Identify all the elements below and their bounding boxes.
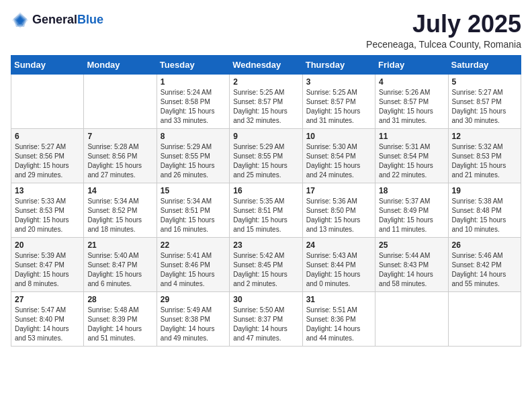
day-info: Sunrise: 5:25 AM Sunset: 8:57 PM Dayligh…	[306, 88, 371, 126]
day-info: Sunrise: 5:28 AM Sunset: 8:56 PM Dayligh…	[87, 142, 152, 180]
day-info: Sunrise: 5:33 AM Sunset: 8:53 PM Dayligh…	[15, 197, 80, 234]
calendar-cell: 30Sunrise: 5:50 AM Sunset: 8:37 PM Dayli…	[230, 291, 302, 346]
calendar-cell: 13Sunrise: 5:33 AM Sunset: 8:53 PM Dayli…	[11, 183, 84, 237]
day-number: 15	[161, 186, 226, 195]
calendar-cell: 23Sunrise: 5:42 AM Sunset: 8:45 PM Dayli…	[230, 237, 302, 291]
day-info: Sunrise: 5:39 AM Sunset: 8:47 PM Dayligh…	[15, 251, 80, 289]
calendar-cell: 12Sunrise: 5:32 AM Sunset: 8:53 PM Dayli…	[448, 128, 521, 183]
day-number: 11	[379, 132, 444, 141]
calendar-cell: 17Sunrise: 5:36 AM Sunset: 8:50 PM Dayli…	[302, 183, 375, 237]
day-number: 21	[87, 240, 152, 250]
day-number: 14	[87, 186, 152, 195]
day-header-friday: Friday	[375, 55, 448, 74]
day-info: Sunrise: 5:32 AM Sunset: 8:53 PM Dayligh…	[452, 142, 517, 180]
day-number: 18	[379, 186, 444, 195]
day-info: Sunrise: 5:27 AM Sunset: 8:56 PM Dayligh…	[15, 142, 80, 180]
day-number: 9	[233, 132, 298, 141]
logo: GeneralBlue	[11, 11, 103, 30]
calendar-cell: 26Sunrise: 5:46 AM Sunset: 8:42 PM Dayli…	[448, 237, 521, 291]
calendar-cell: 16Sunrise: 5:35 AM Sunset: 8:51 PM Dayli…	[230, 183, 302, 237]
day-number: 13	[15, 186, 80, 195]
day-number: 10	[306, 132, 371, 141]
month-title: July 2025	[366, 11, 521, 38]
calendar-cell: 15Sunrise: 5:34 AM Sunset: 8:51 PM Dayli…	[157, 183, 229, 237]
calendar-week-row: 13Sunrise: 5:33 AM Sunset: 8:53 PM Dayli…	[11, 183, 521, 237]
calendar-week-row: 1Sunrise: 5:24 AM Sunset: 8:58 PM Daylig…	[11, 74, 521, 128]
calendar: SundayMondayTuesdayWednesdayThursdayFrid…	[11, 55, 521, 347]
day-number: 19	[452, 186, 517, 195]
calendar-cell: 14Sunrise: 5:34 AM Sunset: 8:52 PM Dayli…	[84, 183, 157, 237]
calendar-cell: 4Sunrise: 5:26 AM Sunset: 8:57 PM Daylig…	[375, 74, 448, 128]
calendar-cell: 3Sunrise: 5:25 AM Sunset: 8:57 PM Daylig…	[302, 74, 375, 128]
calendar-cell: 31Sunrise: 5:51 AM Sunset: 8:36 PM Dayli…	[302, 291, 375, 346]
day-info: Sunrise: 5:31 AM Sunset: 8:54 PM Dayligh…	[379, 142, 444, 180]
calendar-cell	[448, 291, 521, 346]
day-header-tuesday: Tuesday	[157, 55, 229, 74]
day-info: Sunrise: 5:29 AM Sunset: 8:55 PM Dayligh…	[161, 142, 226, 180]
calendar-cell: 2Sunrise: 5:25 AM Sunset: 8:57 PM Daylig…	[230, 74, 302, 128]
calendar-cell: 22Sunrise: 5:41 AM Sunset: 8:46 PM Dayli…	[157, 237, 229, 291]
day-info: Sunrise: 5:43 AM Sunset: 8:44 PM Dayligh…	[306, 251, 371, 289]
day-info: Sunrise: 5:37 AM Sunset: 8:49 PM Dayligh…	[379, 197, 444, 234]
day-number: 28	[87, 295, 152, 304]
day-number: 29	[161, 295, 226, 304]
day-number: 12	[452, 132, 517, 141]
calendar-cell: 18Sunrise: 5:37 AM Sunset: 8:49 PM Dayli…	[375, 183, 448, 237]
calendar-cell: 25Sunrise: 5:44 AM Sunset: 8:43 PM Dayli…	[375, 237, 448, 291]
day-number: 22	[161, 240, 226, 250]
calendar-cell: 19Sunrise: 5:38 AM Sunset: 8:48 PM Dayli…	[448, 183, 521, 237]
day-number: 2	[233, 77, 298, 87]
calendar-cell: 6Sunrise: 5:27 AM Sunset: 8:56 PM Daylig…	[11, 128, 84, 183]
day-info: Sunrise: 5:24 AM Sunset: 8:58 PM Dayligh…	[161, 88, 226, 126]
logo-text: GeneralBlue	[32, 13, 103, 27]
day-info: Sunrise: 5:42 AM Sunset: 8:45 PM Dayligh…	[233, 251, 298, 289]
title-block: July 2025 Peceneaga, Tulcea County, Roma…	[366, 11, 521, 50]
calendar-cell: 1Sunrise: 5:24 AM Sunset: 8:58 PM Daylig…	[157, 74, 229, 128]
day-number: 24	[306, 240, 371, 250]
day-info: Sunrise: 5:46 AM Sunset: 8:42 PM Dayligh…	[452, 251, 517, 289]
day-info: Sunrise: 5:30 AM Sunset: 8:54 PM Dayligh…	[306, 142, 371, 180]
day-number: 31	[306, 295, 371, 304]
day-info: Sunrise: 5:34 AM Sunset: 8:51 PM Dayligh…	[161, 197, 226, 234]
day-number: 26	[452, 240, 517, 250]
day-number: 27	[15, 295, 80, 304]
day-info: Sunrise: 5:49 AM Sunset: 8:38 PM Dayligh…	[161, 306, 226, 343]
calendar-cell: 9Sunrise: 5:29 AM Sunset: 8:55 PM Daylig…	[230, 128, 302, 183]
calendar-cell	[11, 74, 84, 128]
day-info: Sunrise: 5:35 AM Sunset: 8:51 PM Dayligh…	[233, 197, 298, 234]
day-header-saturday: Saturday	[448, 55, 521, 74]
day-info: Sunrise: 5:34 AM Sunset: 8:52 PM Dayligh…	[87, 197, 152, 234]
day-info: Sunrise: 5:27 AM Sunset: 8:57 PM Dayligh…	[452, 88, 517, 126]
logo-icon	[11, 11, 30, 30]
calendar-cell: 28Sunrise: 5:48 AM Sunset: 8:39 PM Dayli…	[84, 291, 157, 346]
day-number: 8	[161, 132, 226, 141]
day-number: 30	[233, 295, 298, 304]
calendar-cell: 7Sunrise: 5:28 AM Sunset: 8:56 PM Daylig…	[84, 128, 157, 183]
calendar-cell: 10Sunrise: 5:30 AM Sunset: 8:54 PM Dayli…	[302, 128, 375, 183]
calendar-header-row: SundayMondayTuesdayWednesdayThursdayFrid…	[11, 55, 521, 74]
day-number: 5	[452, 77, 517, 87]
calendar-cell: 8Sunrise: 5:29 AM Sunset: 8:55 PM Daylig…	[157, 128, 229, 183]
calendar-cell: 5Sunrise: 5:27 AM Sunset: 8:57 PM Daylig…	[448, 74, 521, 128]
day-number: 17	[306, 186, 371, 195]
day-info: Sunrise: 5:41 AM Sunset: 8:46 PM Dayligh…	[161, 251, 226, 289]
day-info: Sunrise: 5:38 AM Sunset: 8:48 PM Dayligh…	[452, 197, 517, 234]
day-info: Sunrise: 5:50 AM Sunset: 8:37 PM Dayligh…	[233, 306, 298, 343]
calendar-week-row: 6Sunrise: 5:27 AM Sunset: 8:56 PM Daylig…	[11, 128, 521, 183]
calendar-cell: 27Sunrise: 5:47 AM Sunset: 8:40 PM Dayli…	[11, 291, 84, 346]
day-info: Sunrise: 5:40 AM Sunset: 8:47 PM Dayligh…	[87, 251, 152, 289]
day-header-thursday: Thursday	[302, 55, 375, 74]
day-number: 3	[306, 77, 371, 87]
day-info: Sunrise: 5:25 AM Sunset: 8:57 PM Dayligh…	[233, 88, 298, 126]
page-header: GeneralBlue July 2025 Peceneaga, Tulcea …	[11, 11, 521, 50]
day-info: Sunrise: 5:48 AM Sunset: 8:39 PM Dayligh…	[87, 306, 152, 343]
day-number: 16	[233, 186, 298, 195]
day-info: Sunrise: 5:36 AM Sunset: 8:50 PM Dayligh…	[306, 197, 371, 234]
day-info: Sunrise: 5:26 AM Sunset: 8:57 PM Dayligh…	[379, 88, 444, 126]
day-info: Sunrise: 5:29 AM Sunset: 8:55 PM Dayligh…	[233, 142, 298, 180]
day-number: 20	[15, 240, 80, 250]
day-info: Sunrise: 5:51 AM Sunset: 8:36 PM Dayligh…	[306, 306, 371, 343]
day-number: 7	[87, 132, 152, 141]
day-info: Sunrise: 5:47 AM Sunset: 8:40 PM Dayligh…	[15, 306, 80, 343]
calendar-cell: 29Sunrise: 5:49 AM Sunset: 8:38 PM Dayli…	[157, 291, 229, 346]
